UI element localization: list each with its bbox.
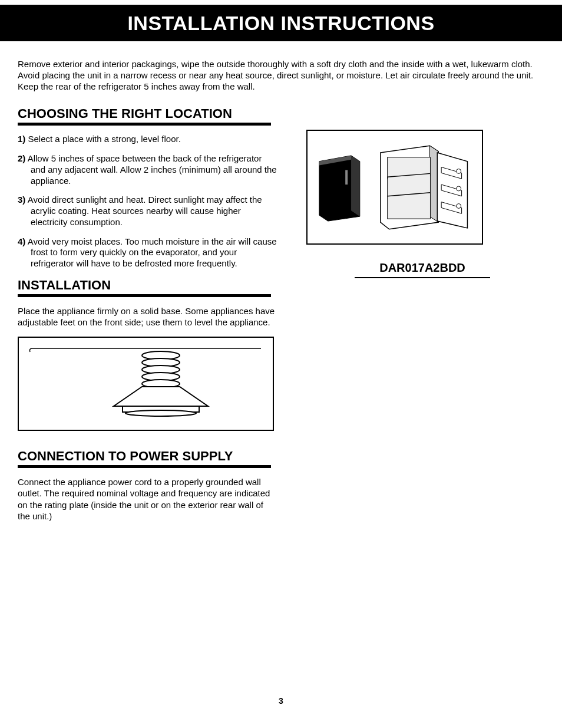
list-item: 2) Allow 5 inches of space between the b… — [18, 153, 277, 186]
right-column: DAR017A2BDD — [300, 106, 544, 531]
item-number: 3) — [18, 195, 25, 205]
svg-point-6 — [125, 410, 196, 416]
fridge-open-icon — [375, 140, 473, 235]
model-number: DAR017A2BDD — [355, 261, 490, 278]
page-header: INSTALLATION INSTRUCTIONS — [0, 5, 562, 41]
item-text: Allow 5 inches of space between the back… — [25, 153, 276, 186]
product-figure — [306, 130, 483, 245]
item-number: 1) — [18, 134, 25, 144]
leveling-foot-icon — [25, 342, 267, 425]
item-number: 2) — [18, 153, 25, 163]
left-column: CHOOSING THE RIGHT LOCATION 1) Select a … — [18, 106, 277, 531]
svg-point-14 — [456, 186, 461, 191]
two-column-layout: CHOOSING THE RIGHT LOCATION 1) Select a … — [18, 106, 544, 531]
svg-rect-7 — [345, 170, 348, 185]
item-number: 4) — [18, 236, 25, 246]
list-item: 1) Select a place with a strong, level f… — [18, 134, 277, 145]
svg-point-15 — [456, 203, 461, 208]
item-text: Avoid very moist places. Too much moistu… — [25, 236, 276, 269]
page-number: 3 — [0, 696, 562, 706]
leveling-foot-figure — [18, 337, 274, 431]
heading-power: CONNECTION TO POWER SUPPLY — [18, 449, 271, 468]
intro-paragraph: Remove exterior and interior packagings,… — [18, 59, 544, 92]
list-item: 3) Avoid direct sunlight and heat. Direc… — [18, 195, 277, 228]
heading-location: CHOOSING THE RIGHT LOCATION — [18, 106, 271, 126]
page-title: INSTALLATION INSTRUCTIONS — [127, 12, 434, 35]
item-text: Avoid direct sunlight and heat. Direct s… — [25, 195, 262, 227]
svg-rect-8 — [387, 157, 430, 219]
item-text: Select a place with a strong, level floo… — [25, 134, 180, 144]
installation-body: Place the appliance firmly on a solid ba… — [18, 305, 277, 328]
svg-point-13 — [456, 169, 461, 173]
content-area: Remove exterior and interior packagings,… — [0, 41, 562, 531]
heading-installation: INSTALLATION — [18, 278, 271, 297]
fridge-closed-icon — [316, 152, 363, 223]
power-body: Connect the appliance power cord to a pr… — [18, 476, 277, 522]
list-item: 4) Avoid very moist places. Too much moi… — [18, 236, 277, 269]
